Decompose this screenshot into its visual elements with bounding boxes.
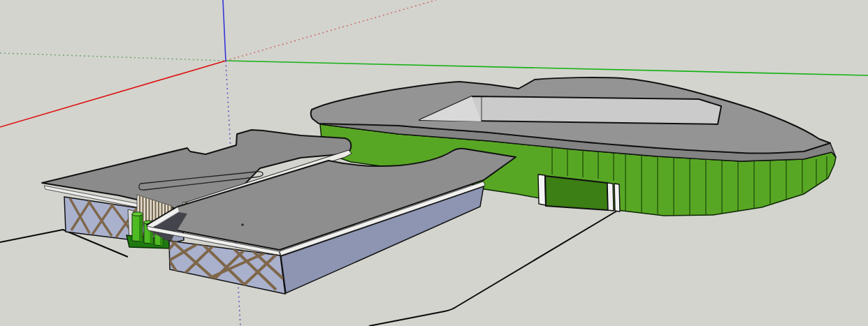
roof-guide-point: [241, 223, 244, 226]
courtyard-opening[interactable]: [419, 96, 721, 124]
green-cylinder-1[interactable]: [132, 212, 143, 242]
model-viewport[interactable]: [0, 0, 868, 326]
cylinder-top: [132, 212, 143, 216]
door-frame-right-inner: [607, 183, 614, 211]
door-frame-right-outer: [614, 184, 620, 212]
cylinder-shade: [139, 214, 143, 242]
model-viewport-canvas[interactable]: [0, 0, 868, 326]
